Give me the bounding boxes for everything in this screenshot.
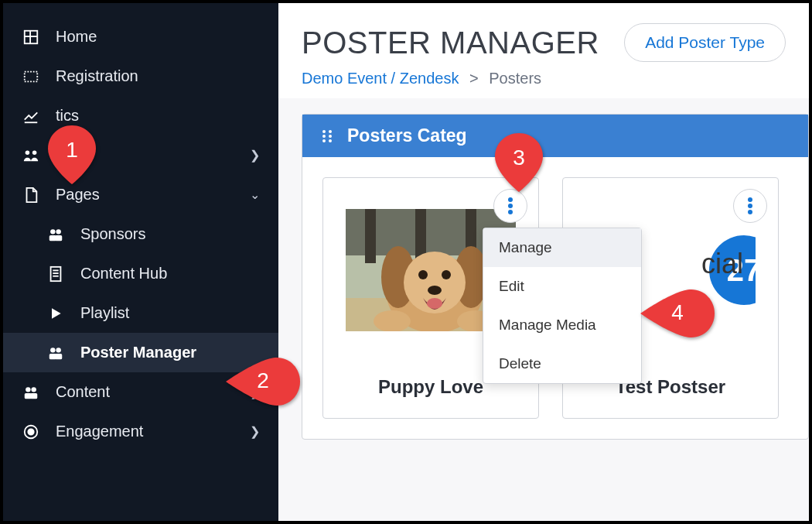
svg-rect-3 bbox=[25, 71, 38, 81]
main-area: POSTER MANAGER Add Poster Type Demo Even… bbox=[278, 3, 809, 521]
card-title: Puppy Love bbox=[378, 376, 483, 398]
panel-title: Posters Categ bbox=[347, 125, 467, 146]
sidebar-item-content[interactable]: Content ❯ bbox=[3, 372, 278, 412]
svg-point-24 bbox=[28, 429, 33, 434]
svg-point-33 bbox=[508, 210, 513, 214]
sidebar: Home Registration tics n ❯ Pages bbox=[3, 3, 278, 521]
svg-point-51 bbox=[748, 204, 752, 208]
sidebar-item-label: Playlist bbox=[80, 304, 129, 322]
doc-lines-icon bbox=[46, 265, 65, 283]
panel-header: Posters Categ bbox=[302, 115, 808, 157]
svg-point-31 bbox=[508, 197, 513, 202]
grid-icon bbox=[22, 29, 40, 46]
card-menu-button[interactable] bbox=[493, 189, 527, 223]
sidebar-item-engagement[interactable]: Engagement ❯ bbox=[3, 412, 278, 451]
posters-panel: Posters Categ bbox=[302, 114, 809, 440]
svg-rect-9 bbox=[55, 235, 62, 240]
sidebar-item-sponsors[interactable]: Sponsors bbox=[3, 214, 278, 254]
title-row: POSTER MANAGER Add Poster Type bbox=[302, 23, 786, 62]
sidebar-item-unknown[interactable]: n ❯ bbox=[3, 135, 278, 175]
svg-point-46 bbox=[428, 286, 442, 295]
sidebar-item-label: Content bbox=[56, 383, 110, 401]
svg-point-26 bbox=[329, 130, 332, 133]
chart-icon bbox=[22, 108, 40, 125]
content-wrap: Posters Categ bbox=[278, 98, 809, 521]
app-frame: Home Registration tics n ❯ Pages bbox=[0, 0, 812, 524]
svg-marker-14 bbox=[52, 308, 61, 318]
svg-point-16 bbox=[56, 348, 60, 352]
svg-point-20 bbox=[31, 387, 36, 392]
svg-point-29 bbox=[322, 139, 326, 142]
sidebar-item-content-hub[interactable]: Content Hub bbox=[3, 254, 278, 293]
grip-icon bbox=[318, 128, 336, 144]
poster-card: Puppy Love Manage Edit Manage Media Dele… bbox=[322, 177, 539, 419]
logo-text-fragment: cial bbox=[701, 248, 743, 280]
sidebar-item-home[interactable]: Home bbox=[3, 17, 278, 57]
sidebar-item-playlist[interactable]: Playlist bbox=[3, 293, 278, 333]
play-icon bbox=[46, 306, 65, 321]
chevron-down-icon: ⌄ bbox=[250, 187, 260, 202]
breadcrumb-event-link[interactable]: Demo Event / Zendesk bbox=[302, 70, 459, 87]
card-context-menu: Manage Edit Manage Media Delete bbox=[483, 228, 642, 384]
target-icon bbox=[22, 423, 40, 440]
sidebar-item-label: Registration bbox=[56, 67, 138, 85]
menu-item-delete[interactable]: Delete bbox=[483, 344, 641, 383]
card-menu-button[interactable] bbox=[733, 189, 767, 223]
svg-rect-18 bbox=[55, 353, 62, 358]
svg-point-7 bbox=[56, 229, 60, 234]
people-icon bbox=[46, 228, 65, 241]
menu-item-manage-media[interactable]: Manage Media bbox=[483, 306, 641, 344]
sidebar-item-label: Engagement bbox=[56, 423, 143, 440]
sidebar-item-label: Content Hub bbox=[80, 265, 167, 283]
breadcrumb-sep: > bbox=[469, 70, 479, 87]
sidebar-item-analytics[interactable]: tics bbox=[3, 96, 278, 135]
people-icon bbox=[22, 149, 40, 163]
svg-rect-22 bbox=[30, 392, 37, 398]
sidebar-item-poster-manager[interactable]: Poster Manager bbox=[3, 333, 278, 372]
sidebar-item-label: Pages bbox=[56, 186, 100, 204]
sidebar-item-pages[interactable]: Pages ⌄ bbox=[3, 175, 278, 214]
chevron-right-icon: ❯ bbox=[250, 424, 260, 439]
menu-item-edit[interactable]: Edit bbox=[483, 267, 641, 306]
sidebar-item-label: tics bbox=[56, 107, 79, 125]
svg-point-52 bbox=[748, 210, 752, 214]
sidebar-item-label: Home bbox=[56, 28, 97, 46]
sidebar-item-label: Sponsors bbox=[80, 225, 146, 243]
svg-point-32 bbox=[508, 204, 513, 208]
people-icon bbox=[46, 346, 65, 360]
sidebar-item-label: Poster Manager bbox=[80, 344, 196, 361]
svg-rect-36 bbox=[365, 209, 376, 263]
svg-point-5 bbox=[32, 150, 37, 155]
svg-point-6 bbox=[50, 229, 55, 234]
svg-point-44 bbox=[418, 270, 428, 279]
sidebar-item-label: n bbox=[56, 146, 64, 164]
sidebar-item-registration[interactable]: Registration bbox=[3, 57, 278, 96]
people-icon bbox=[22, 385, 40, 399]
svg-point-48 bbox=[374, 310, 411, 331]
breadcrumb: Demo Event / Zendesk > Posters bbox=[302, 70, 786, 87]
svg-point-4 bbox=[26, 150, 30, 155]
chevron-right-icon: ❯ bbox=[250, 385, 260, 399]
chevron-right-icon: ❯ bbox=[250, 148, 260, 163]
svg-point-15 bbox=[50, 348, 55, 352]
cards-row: Puppy Love Manage Edit Manage Media Dele… bbox=[302, 157, 808, 439]
svg-point-27 bbox=[322, 135, 326, 138]
svg-point-30 bbox=[329, 139, 332, 142]
pages-submenu: Sponsors Content Hub Playlist Poster Man… bbox=[3, 214, 278, 372]
main-header: POSTER MANAGER Add Poster Type Demo Even… bbox=[278, 3, 809, 98]
svg-point-28 bbox=[329, 135, 332, 138]
ticket-icon bbox=[22, 68, 40, 85]
page-icon bbox=[22, 187, 40, 204]
menu-item-manage[interactable]: Manage bbox=[483, 228, 641, 267]
add-poster-type-button[interactable]: Add Poster Type bbox=[624, 23, 786, 62]
page-title: POSTER MANAGER bbox=[302, 26, 599, 60]
svg-point-25 bbox=[322, 130, 326, 133]
svg-point-45 bbox=[442, 270, 451, 279]
svg-point-47 bbox=[427, 298, 442, 309]
svg-point-50 bbox=[748, 197, 752, 202]
breadcrumb-current: Posters bbox=[489, 70, 541, 87]
svg-point-19 bbox=[26, 387, 30, 392]
